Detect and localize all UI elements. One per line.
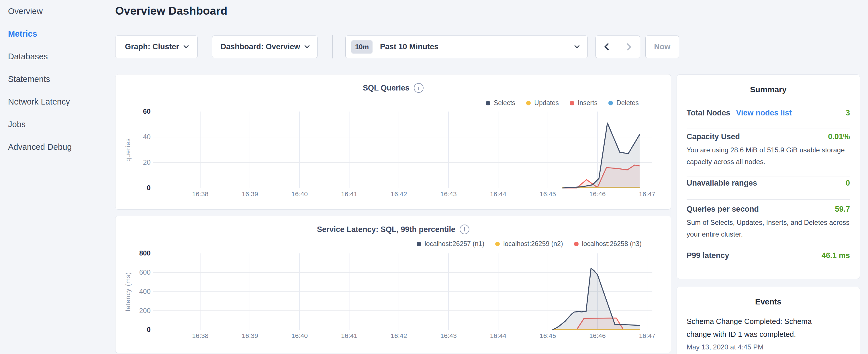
sidebar-item-metrics[interactable]: Metrics: [8, 23, 111, 45]
sidebar-item-statements[interactable]: Statements: [8, 68, 111, 91]
sidebar-item-databases[interactable]: Databases: [8, 45, 111, 68]
svg-text:16:40: 16:40: [291, 332, 308, 340]
chevron-down-icon: [183, 43, 189, 48]
p99-latency-value: 46.1 ms: [822, 251, 850, 260]
svg-text:16:45: 16:45: [539, 332, 556, 340]
total-nodes-label: Total Nodes: [687, 108, 731, 118]
svg-text:16:42: 16:42: [391, 332, 407, 340]
unavailable-ranges-label: Unavailable ranges: [687, 179, 757, 188]
toolbar-divider: [333, 35, 333, 58]
graph-scope-dropdown[interactable]: Graph: Cluster: [115, 35, 198, 58]
sidebar-item-overview[interactable]: Overview: [8, 0, 111, 23]
svg-text:16:39: 16:39: [242, 332, 258, 340]
svg-text:16:46: 16:46: [589, 332, 606, 340]
sql-queries-chart[interactable]: 16:3816:3916:4016:4116:4216:4316:4416:45…: [116, 74, 671, 210]
chevron-left-icon: [604, 43, 612, 51]
svg-text:16:44: 16:44: [490, 190, 507, 198]
unavailable-ranges-row: Unavailable ranges 0: [687, 179, 850, 191]
time-step-back-button[interactable]: [596, 36, 618, 58]
svg-text:400: 400: [139, 288, 151, 295]
page-title: Overview Dashboard: [115, 5, 227, 17]
dashboard-dropdown[interactable]: Dashboard: Overview: [212, 35, 317, 58]
capacity-label: Capacity Used: [687, 132, 740, 141]
svg-text:800: 800: [139, 249, 151, 257]
svg-text:0: 0: [147, 184, 150, 192]
sidebar-item-jobs[interactable]: Jobs: [8, 113, 111, 136]
svg-text:0: 0: [147, 326, 150, 333]
qps-row: Queries per second 59.7: [687, 205, 850, 217]
p99-latency-row: P99 latency 46.1 ms: [687, 251, 850, 264]
event-message[interactable]: Schema Change Completed: Schema change w…: [687, 315, 818, 341]
svg-text:latency (ms): latency (ms): [124, 272, 131, 311]
sidebar-item-network-latency[interactable]: Network Latency: [8, 91, 111, 113]
time-range-dropdown[interactable]: 10m Past 10 Minutes: [345, 35, 588, 58]
divider: [687, 199, 850, 200]
service-latency-chart-card: Service Latency: SQL, 99th percentile i …: [115, 216, 671, 353]
svg-text:16:47: 16:47: [639, 190, 655, 198]
svg-text:queries: queries: [124, 138, 131, 162]
admin-console-page: Overview Metrics Databases Statements Ne…: [0, 0, 868, 354]
svg-text:16:46: 16:46: [589, 190, 606, 198]
summary-panel: Summary Total Nodes View nodes list 3 Ca…: [677, 74, 860, 279]
time-step-forward-button[interactable]: [618, 36, 640, 58]
svg-text:600: 600: [139, 268, 151, 276]
svg-text:16:43: 16:43: [440, 332, 457, 340]
svg-text:16:44: 16:44: [490, 332, 507, 340]
summary-title: Summary: [677, 85, 860, 94]
svg-text:40: 40: [143, 133, 151, 141]
svg-text:16:42: 16:42: [391, 190, 407, 198]
svg-text:20: 20: [143, 158, 151, 166]
graph-scope-label: Graph: Cluster: [125, 42, 179, 51]
svg-text:16:41: 16:41: [341, 332, 358, 340]
svg-text:16:39: 16:39: [242, 190, 258, 198]
svg-text:16:41: 16:41: [341, 190, 358, 198]
chevron-right-icon: [624, 43, 631, 51]
svg-text:16:43: 16:43: [440, 190, 457, 198]
capacity-row: Capacity Used 0.01%: [687, 132, 850, 145]
svg-text:60: 60: [143, 107, 151, 115]
service-latency-chart[interactable]: 16:3816:3916:4016:4116:4216:4316:4416:45…: [116, 216, 671, 353]
qps-value: 59.7: [835, 205, 850, 214]
time-range-label: Past 10 Minutes: [380, 42, 438, 51]
sidebar-item-advanced-debug[interactable]: Advanced Debug: [8, 136, 111, 158]
svg-text:16:45: 16:45: [539, 190, 556, 198]
total-nodes-row: Total Nodes View nodes list 3: [687, 108, 850, 121]
sidebar: Overview Metrics Databases Statements Ne…: [8, 0, 111, 158]
divider: [687, 248, 850, 248]
svg-text:16:40: 16:40: [291, 190, 308, 198]
qps-description: Sum of Selects, Updates, Inserts, and De…: [687, 217, 850, 240]
p99-latency-label: P99 latency: [687, 251, 729, 260]
svg-text:16:47: 16:47: [639, 332, 655, 340]
qps-label: Queries per second: [687, 205, 759, 214]
time-range-badge: 10m: [351, 40, 373, 54]
sql-queries-chart-card: SQL Queries i SelectsUpdatesInsertsDelet…: [115, 74, 671, 210]
unavailable-ranges-value: 0: [846, 179, 850, 188]
event-timestamp: May 13, 2020 at 4:45 PM: [687, 343, 764, 351]
capacity-value: 0.01%: [828, 132, 850, 141]
events-panel: Events Schema Change Completed: Schema c…: [677, 287, 860, 354]
view-nodes-list-link[interactable]: View nodes list: [736, 108, 792, 118]
chevron-down-icon: [305, 43, 310, 48]
time-step-buttons: [595, 35, 640, 58]
divider: [687, 176, 850, 176]
svg-text:200: 200: [139, 307, 151, 315]
divider: [687, 129, 850, 129]
svg-text:16:38: 16:38: [192, 190, 208, 198]
now-button[interactable]: Now: [645, 35, 679, 58]
dashboard-label: Dashboard: Overview: [221, 42, 300, 51]
total-nodes-value: 3: [846, 108, 850, 118]
chevron-down-icon: [574, 43, 580, 48]
capacity-description: You are using 28.6 MiB of 515.9 GiB usab…: [687, 144, 847, 167]
events-title: Events: [677, 297, 860, 307]
svg-text:16:38: 16:38: [192, 332, 208, 340]
